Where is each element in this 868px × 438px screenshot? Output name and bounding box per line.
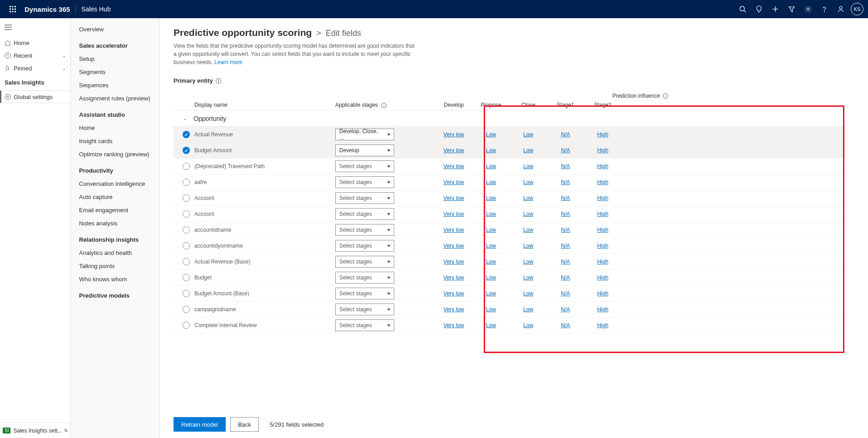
influence-link[interactable]: High: [597, 131, 609, 138]
stages-dropdown[interactable]: Select stages: [335, 240, 394, 252]
influence-link[interactable]: Low: [523, 306, 533, 313]
influence-link[interactable]: N/A: [561, 147, 570, 154]
influence-link[interactable]: Low: [486, 147, 496, 154]
info-icon[interactable]: i: [216, 78, 221, 84]
settings-nav-item[interactable]: Home: [71, 121, 159, 134]
influence-link[interactable]: Very low: [443, 131, 464, 138]
row-selector[interactable]: [183, 258, 190, 265]
influence-link[interactable]: Low: [486, 243, 496, 249]
stages-dropdown[interactable]: Select stages: [335, 256, 394, 268]
settings-nav-item[interactable]: Optimize ranking (preview): [71, 148, 159, 161]
nav-recent[interactable]: Recent ⌄: [0, 49, 70, 62]
info-icon[interactable]: i: [381, 103, 387, 108]
influence-link[interactable]: Low: [486, 227, 496, 233]
settings-nav-item[interactable]: Sequences: [71, 79, 159, 92]
influence-link[interactable]: Low: [523, 322, 533, 328]
row-selector[interactable]: [183, 290, 190, 297]
influence-link[interactable]: Low: [523, 227, 533, 233]
influence-link[interactable]: Very low: [443, 243, 464, 249]
row-selector[interactable]: [183, 210, 190, 218]
info-icon[interactable]: i: [663, 93, 668, 99]
influence-link[interactable]: Very low: [443, 147, 464, 154]
row-selector[interactable]: [183, 306, 190, 313]
row-selector[interactable]: [183, 131, 190, 138]
influence-link[interactable]: Low: [486, 195, 496, 201]
influence-link[interactable]: N/A: [561, 306, 570, 313]
nav-home[interactable]: Home: [0, 36, 70, 49]
stages-dropdown[interactable]: Select stages: [335, 176, 394, 188]
row-selector[interactable]: [183, 242, 190, 249]
influence-link[interactable]: Low: [486, 306, 496, 313]
influence-link[interactable]: Low: [486, 163, 496, 169]
influence-link[interactable]: Low: [523, 259, 533, 265]
influence-link[interactable]: Very low: [443, 179, 464, 185]
stages-dropdown[interactable]: Select stages: [335, 304, 394, 315]
influence-link[interactable]: Low: [523, 147, 533, 154]
area-switcher[interactable]: SI Sales Insights sett... ⇅: [0, 423, 70, 438]
influence-link[interactable]: High: [597, 195, 609, 201]
influence-link[interactable]: Low: [486, 290, 496, 297]
influence-link[interactable]: Very low: [443, 227, 464, 233]
entity-group-row[interactable]: ⌄ Opportunity: [174, 110, 845, 127]
row-selector[interactable]: [183, 194, 190, 202]
influence-link[interactable]: High: [597, 259, 609, 265]
influence-link[interactable]: Very low: [443, 211, 464, 217]
influence-link[interactable]: High: [597, 306, 609, 313]
settings-nav-item[interactable]: Notes analysis: [71, 217, 159, 230]
settings-nav-item[interactable]: Insight cards: [71, 134, 159, 148]
influence-link[interactable]: N/A: [561, 227, 570, 233]
stages-dropdown[interactable]: Select stages: [335, 288, 394, 299]
row-selector[interactable]: [183, 147, 190, 154]
stages-dropdown[interactable]: Develop, Close, ...: [335, 129, 394, 140]
stages-dropdown[interactable]: Select stages: [335, 160, 394, 172]
influence-link[interactable]: Very low: [443, 163, 464, 169]
learn-more-link[interactable]: Learn more: [214, 59, 242, 65]
influence-link[interactable]: Very low: [443, 274, 464, 281]
stages-dropdown[interactable]: Develop: [335, 144, 394, 156]
back-button[interactable]: Back: [230, 417, 259, 432]
influence-link[interactable]: High: [597, 179, 609, 185]
person-icon[interactable]: [833, 0, 849, 18]
settings-nav-item[interactable]: Who knows whom: [71, 273, 159, 286]
stages-dropdown[interactable]: Select stages: [335, 272, 394, 284]
settings-nav-item[interactable]: Analytics and health: [71, 246, 159, 259]
influence-link[interactable]: Low: [523, 179, 533, 185]
user-avatar[interactable]: KS: [851, 3, 863, 15]
influence-link[interactable]: Very low: [443, 259, 464, 265]
influence-link[interactable]: Low: [523, 274, 533, 281]
influence-link[interactable]: N/A: [561, 131, 570, 138]
stages-dropdown[interactable]: Select stages: [335, 319, 394, 331]
settings-nav-item[interactable]: Conversation intelligence: [71, 177, 159, 190]
search-icon[interactable]: [734, 0, 751, 18]
influence-link[interactable]: High: [597, 322, 609, 328]
influence-link[interactable]: High: [597, 290, 609, 297]
influence-link[interactable]: N/A: [561, 163, 570, 169]
influence-link[interactable]: N/A: [561, 274, 570, 281]
nav-pinned[interactable]: Pinned ⌄: [0, 62, 70, 75]
help-icon[interactable]: [816, 0, 833, 18]
influence-link[interactable]: N/A: [561, 243, 570, 249]
influence-link[interactable]: High: [597, 243, 609, 249]
influence-link[interactable]: N/A: [561, 195, 570, 201]
influence-link[interactable]: Low: [486, 322, 496, 328]
filter-icon[interactable]: [784, 0, 800, 18]
influence-link[interactable]: Low: [486, 179, 496, 185]
row-selector[interactable]: [183, 179, 190, 186]
influence-link[interactable]: Low: [486, 274, 496, 281]
influence-link[interactable]: Low: [523, 131, 533, 138]
hamburger-icon[interactable]: [0, 18, 70, 36]
settings-nav-item[interactable]: Auto capture: [71, 190, 159, 204]
settings-nav-item[interactable]: Assignment rules (preview): [71, 92, 159, 105]
settings-nav-item[interactable]: Email engagement: [71, 204, 159, 217]
influence-link[interactable]: Low: [523, 211, 533, 217]
plus-icon[interactable]: [767, 0, 784, 18]
influence-link[interactable]: N/A: [561, 179, 570, 185]
influence-link[interactable]: Low: [486, 211, 496, 217]
retrain-model-button[interactable]: Retrain model: [174, 417, 226, 432]
influence-link[interactable]: Low: [523, 195, 533, 201]
row-selector[interactable]: [183, 322, 190, 329]
influence-link[interactable]: High: [597, 274, 609, 281]
influence-link[interactable]: Very low: [443, 290, 464, 297]
row-selector[interactable]: [183, 226, 190, 234]
influence-link[interactable]: N/A: [561, 290, 570, 297]
